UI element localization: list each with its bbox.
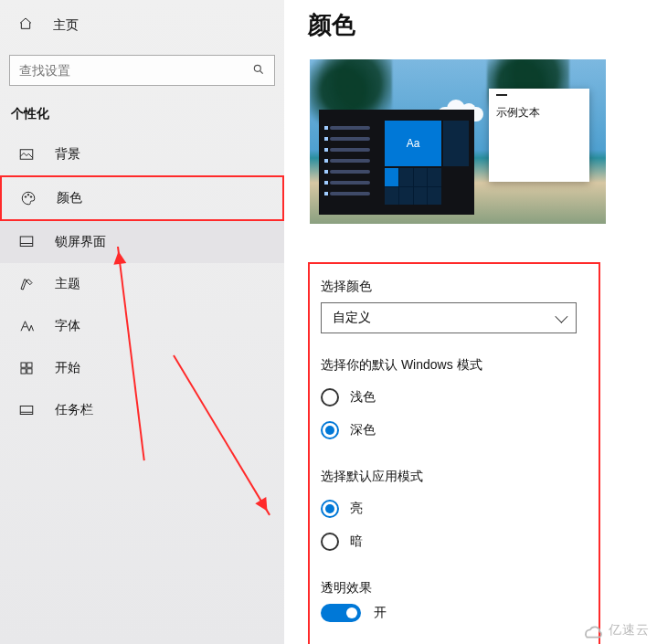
- transparency-group: 透明效果 开: [321, 580, 588, 622]
- sidebar-item-theme[interactable]: 主题: [0, 263, 284, 305]
- search-icon: [252, 63, 265, 79]
- toggle-state-label: 开: [374, 605, 387, 621]
- sidebar-item-lockscreen[interactable]: 锁屏界面: [0, 221, 284, 263]
- sidebar-item-label: 锁屏界面: [55, 234, 106, 250]
- sidebar-item-label: 开始: [55, 360, 80, 376]
- preview-tile: [443, 121, 469, 166]
- svg-rect-6: [21, 363, 26, 367]
- sidebar-item-font[interactable]: 字体: [0, 305, 284, 347]
- taskbar-icon: [18, 402, 35, 418]
- app-mode-light-radio[interactable]: 亮: [321, 492, 588, 525]
- svg-point-2: [25, 196, 26, 198]
- sidebar-item-label: 颜色: [57, 190, 82, 206]
- app-mode-group: 选择默认应用模式 亮 暗: [321, 469, 588, 558]
- sidebar: 主页 个性化 背景 颜色 锁屏界面 主题 字体 开始: [0, 0, 284, 644]
- app-mode-dark-radio[interactable]: 暗: [321, 525, 588, 558]
- font-icon: [18, 318, 35, 334]
- radio-icon: [321, 533, 339, 551]
- svg-point-0: [254, 65, 260, 71]
- windows-mode-label: 选择你的默认 Windows 模式: [321, 357, 588, 374]
- svg-rect-8: [21, 369, 26, 374]
- svg-rect-7: [27, 363, 32, 367]
- choose-color-select[interactable]: 自定义: [321, 302, 577, 333]
- sidebar-item-label: 背景: [55, 146, 80, 163]
- preview-sample-text: 示例文本: [496, 105, 582, 121]
- sidebar-item-taskbar[interactable]: 任务栏: [0, 389, 284, 431]
- preview-start-menu: Aa: [319, 110, 474, 215]
- transparency-toggle[interactable]: [321, 604, 361, 622]
- transparency-label: 透明效果: [321, 580, 588, 596]
- nav: 背景 颜色 锁屏界面 主题 字体 开始 任务栏: [0, 133, 284, 431]
- preview-window: 示例文本: [489, 89, 589, 182]
- sidebar-item-background[interactable]: 背景: [0, 133, 284, 175]
- sidebar-item-color[interactable]: 颜色: [0, 175, 284, 221]
- choose-color-label: 选择颜色: [321, 279, 588, 295]
- sidebar-item-label: 字体: [55, 318, 80, 334]
- windows-mode-light-radio[interactable]: 浅色: [321, 381, 588, 414]
- windows-mode-dark-radio[interactable]: 深色: [321, 414, 588, 447]
- preview-tile-grid: [385, 168, 441, 205]
- color-settings-panel: 选择颜色 自定义 选择你的默认 Windows 模式 浅色 深色 选择默认应用模…: [308, 262, 600, 644]
- search-box[interactable]: [9, 55, 275, 86]
- theme-icon: [18, 276, 35, 292]
- radio-icon: [321, 421, 339, 439]
- lockscreen-icon: [18, 234, 35, 250]
- home-label: 主页: [53, 17, 79, 34]
- preview-tile: Aa: [385, 121, 441, 166]
- preview-image: Aa 示例文本: [308, 58, 608, 226]
- chevron-down-icon: [555, 311, 567, 323]
- svg-point-4: [30, 196, 32, 198]
- search-input[interactable]: [19, 63, 252, 78]
- windows-mode-group: 选择你的默认 Windows 模式 浅色 深色: [321, 357, 588, 447]
- sidebar-item-start[interactable]: 开始: [0, 347, 284, 389]
- radio-label: 亮: [350, 501, 363, 517]
- start-icon: [18, 360, 35, 376]
- radio-icon: [321, 500, 339, 518]
- svg-point-3: [27, 195, 29, 196]
- radio-label: 浅色: [350, 389, 376, 406]
- sidebar-item-label: 任务栏: [55, 402, 93, 418]
- main: 颜色 Aa 示例文本 选择颜色: [284, 0, 657, 644]
- page-title: 颜色: [308, 9, 635, 41]
- home-link[interactable]: 主页: [0, 9, 284, 42]
- svg-rect-5: [20, 237, 33, 247]
- image-icon: [18, 146, 35, 163]
- home-icon: [18, 16, 33, 35]
- svg-rect-9: [27, 369, 32, 374]
- palette-icon: [20, 190, 37, 206]
- sidebar-item-label: 主题: [55, 276, 80, 292]
- svg-rect-10: [20, 406, 33, 415]
- select-value: 自定义: [333, 310, 371, 326]
- radio-label: 暗: [350, 533, 363, 550]
- app-mode-label: 选择默认应用模式: [321, 469, 588, 485]
- radio-label: 深色: [350, 422, 376, 438]
- section-title: 个性化: [0, 106, 284, 133]
- window-bar-icon: [496, 94, 507, 96]
- radio-icon: [321, 388, 339, 406]
